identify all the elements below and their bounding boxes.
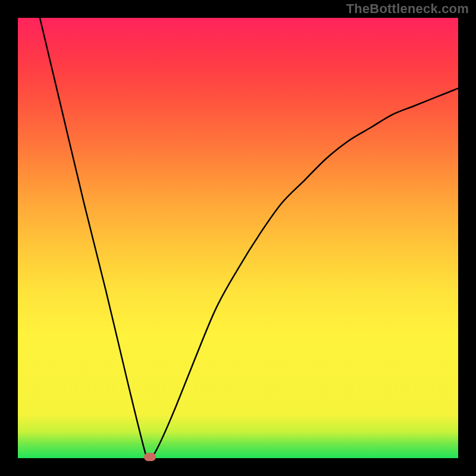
- curve-svg: [18, 18, 458, 458]
- watermark-text: TheBottleneck.com: [346, 1, 469, 17]
- minimum-marker: [144, 453, 156, 461]
- bottleneck-curve: [40, 18, 458, 458]
- chart-frame: TheBottleneck.com: [0, 0, 476, 476]
